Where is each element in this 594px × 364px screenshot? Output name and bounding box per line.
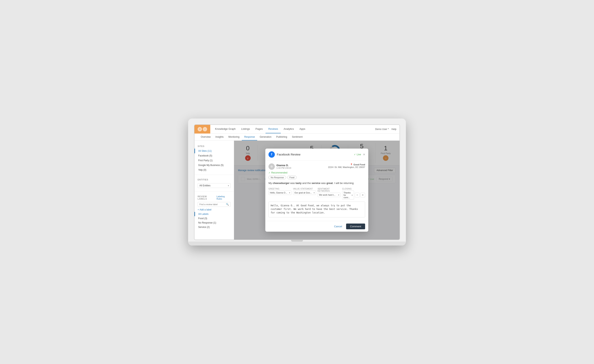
sidebar-divider-1 (195, 175, 234, 175)
laptop-screen: ⊕ ⌂ Knowledge Graph Listings Pages Revie… (194, 125, 400, 240)
help-link[interactable]: Help (392, 128, 396, 131)
sidebar-all-sites[interactable]: All Sites (11) (195, 149, 234, 153)
top-nav-links: Knowledge Graph Listings Pages Reviews A… (212, 125, 308, 133)
modal-backdrop: f Facebook Review ✓ Live × (234, 141, 399, 239)
greeting-chevron-icon: ▾ (289, 192, 290, 194)
response-dropdowns: GREETING Hello, Gianna O... ▾ VALUE STAT… (269, 188, 365, 200)
logo: ⊕ ⌂ (195, 125, 210, 133)
review-labels-header: Review Labels Labeling Rules (195, 194, 234, 201)
recommended-badge: ✓ Recommended (269, 171, 365, 174)
label-food[interactable]: Food (3) (195, 216, 234, 221)
sub-nav-publishing[interactable]: Publishing (274, 133, 290, 140)
laptop-base (188, 242, 406, 245)
greeting-group: GREETING Hello, Gianna O... ▾ (269, 188, 291, 200)
modal-header: f Facebook Review ✓ Live × (265, 149, 368, 161)
reviewer-left: G Gianna O. 1:44 PM 2/6/19 (269, 163, 291, 170)
find-review-input[interactable] (199, 203, 225, 205)
label-service[interactable]: Service (2) (195, 225, 234, 229)
check-icon: ✓ (269, 171, 270, 174)
value-statement-select[interactable]: Our goal at Goo... ▾ (293, 191, 316, 195)
find-review-label-container: 🔍 (198, 202, 231, 207)
laptop-notch (291, 240, 303, 242)
tag-no-response[interactable]: No Response (269, 176, 286, 179)
tags-row: No Response Food (269, 176, 365, 179)
value-statement-group: VALUE STATEMENT Our goal at Goo... ▾ (293, 188, 316, 200)
logo-icon-2: ⌂ (203, 127, 207, 131)
add-action-icon[interactable]: + (355, 193, 360, 198)
closing-select[interactable]: Thanks for comi... ▾ (342, 191, 354, 200)
nav-pages[interactable]: Pages (253, 125, 265, 133)
modal-fb-icon: f (269, 151, 275, 158)
response-textarea[interactable]: Hello, Gianna O.. At Good Food, we alway… (269, 202, 365, 217)
value-chevron-icon: ▾ (314, 192, 315, 194)
entities-section: All Entities ▾ (195, 182, 234, 189)
cancel-button[interactable]: Cancel (332, 224, 344, 229)
value-statement-label: VALUE STATEMENT (293, 188, 316, 190)
checkmark-icon: ✓ (354, 153, 356, 156)
pin-icon: 📍 (350, 163, 353, 166)
label-no-response[interactable]: No Response (1) (195, 221, 234, 225)
sub-nav: Overview Insights Monitoring Response Ge… (195, 133, 399, 141)
laptop-shell: ⊕ ⌂ Knowledge Graph Listings Pages Revie… (188, 119, 406, 245)
main-layout: Sites All Sites (11) Facebook (5) First … (195, 141, 399, 239)
reviewer-right: 📍 Good Food 2224 I St. NW, Washington, D… (328, 163, 365, 168)
sidebar-facebook[interactable]: Facebook (5) (195, 153, 234, 158)
sidebar-first-party[interactable]: First Party (1) (195, 158, 234, 163)
reviewer-time: 1:44 PM 2/6/19 (277, 167, 291, 169)
closing-chevron-icon: ▾ (352, 194, 353, 196)
review-text: My cheeseburger was tasty and the servic… (269, 181, 365, 185)
reviewer-name: Gianna O. (277, 164, 291, 167)
sidebar-google-my-business[interactable]: Google My Business (5) (195, 163, 234, 168)
sub-nav-insights[interactable]: Insights (213, 133, 226, 140)
greeting-label: GREETING (269, 188, 291, 190)
add-label-link[interactable]: + Add a label (195, 207, 234, 212)
review-labels-title: Review Labels (198, 195, 216, 200)
sidebar-divider-2 (195, 192, 234, 192)
closing-group: CLOSING Thanks for comi... ▾ + ✕ (342, 188, 365, 200)
demo-user[interactable]: Demo User * (375, 128, 389, 131)
facebook-review-modal: f Facebook Review ✓ Live × (265, 149, 368, 232)
sub-nav-generation[interactable]: Generation (257, 133, 274, 140)
nav-knowledge-graph[interactable]: Knowledge Graph (212, 125, 238, 133)
modal-title: Facebook Review (277, 153, 352, 156)
sentiment-select[interactable]: We work hard t... ▾ (317, 193, 341, 197)
tag-food[interactable]: Food (287, 176, 297, 179)
nav-analytics[interactable]: Analytics (281, 125, 297, 133)
nav-reviews[interactable]: Reviews (265, 125, 281, 133)
sub-nav-sentiment[interactable]: Sentiment (290, 133, 305, 140)
chevron-down-icon: ▾ (228, 185, 229, 187)
modal-close-button[interactable]: × (363, 153, 365, 156)
sites-title: Sites (195, 144, 234, 149)
modal-body: G Gianna O. 1:44 PM 2/6/19 📍 (265, 161, 368, 221)
labeling-rules-link[interactable]: Labeling Rules (216, 195, 231, 200)
greeting-select[interactable]: Hello, Gianna O... ▾ (269, 191, 291, 195)
sidebar: Sites All Sites (11) Facebook (5) First … (195, 141, 234, 239)
closing-label: CLOSING (342, 188, 365, 190)
nav-listings[interactable]: Listings (238, 125, 253, 133)
sentiment-chevron-icon: ▾ (338, 194, 339, 196)
location-address: 2224 I St. NW, Washington, DC 20037 (328, 166, 365, 168)
main-content: 0 Yelp y No rating breakdown to display … (234, 141, 399, 239)
search-icon: 🔍 (226, 203, 229, 206)
sidebar-yelp[interactable]: Yelp (0) (195, 168, 234, 172)
sub-nav-monitoring[interactable]: Monitoring (226, 133, 242, 140)
top-nav-right: Demo User * Help (375, 128, 399, 131)
nav-apps[interactable]: Apps (297, 125, 308, 133)
sentiment-group: SENTIMENT KEYWORDS We work hard t... ▾ (317, 188, 341, 200)
modal-live-badge: ✓ Live (354, 153, 361, 156)
modal-footer: Cancel Comment (265, 221, 368, 232)
remove-action-icon[interactable]: ✕ (360, 193, 365, 198)
reviewer-avatar: G (269, 163, 275, 170)
sentiment-label: SENTIMENT KEYWORDS (317, 188, 341, 192)
comment-button[interactable]: Comment (346, 224, 365, 229)
top-nav: ⊕ ⌂ Knowledge Graph Listings Pages Revie… (195, 125, 399, 133)
label-all-labels[interactable]: All Labels (195, 212, 234, 216)
location-name: Good Food (353, 163, 365, 166)
logo-icon-1: ⊕ (198, 127, 202, 131)
entities-select[interactable]: All Entities ▾ (198, 183, 231, 188)
entities-title: Entities (195, 177, 234, 182)
reviewer-info: G Gianna O. 1:44 PM 2/6/19 📍 (269, 163, 365, 170)
sub-nav-response[interactable]: Response (242, 133, 257, 140)
sub-nav-overview[interactable]: Overview (198, 133, 213, 140)
